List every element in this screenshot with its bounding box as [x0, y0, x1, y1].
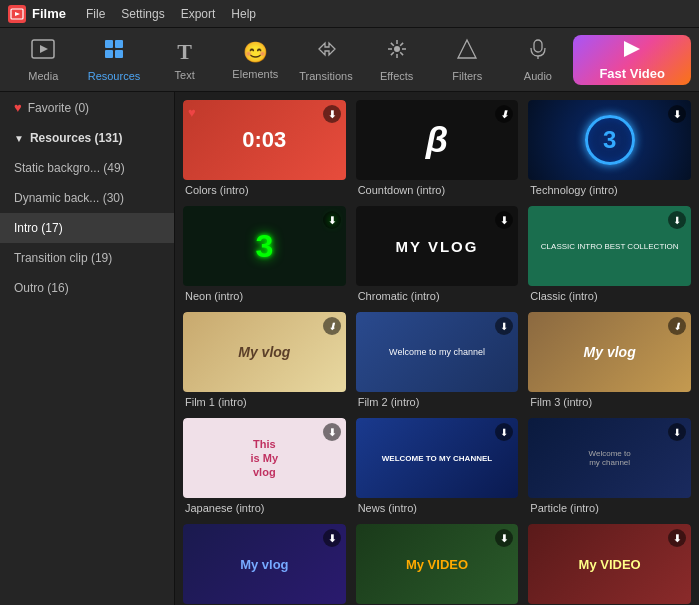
time-label: 0:03: [242, 127, 286, 153]
sidebar-outro-label: Outro (16): [14, 281, 69, 295]
download-icon[interactable]: ⬇: [323, 211, 341, 229]
list-item[interactable]: Thisis Myvlog ⬇ Japanese (intro): [183, 418, 346, 514]
thumbnail-news: WELCOME TO MY CHANNEL ⬇: [356, 418, 519, 498]
download-icon[interactable]: ⬇: [668, 529, 686, 547]
list-item[interactable]: β ⬇ Countdown (intro): [356, 100, 519, 196]
list-item[interactable]: WELCOME TO MY CHANNEL ⬇ News (intro): [356, 418, 519, 514]
list-item[interactable]: 3 ⬇ Technology (intro): [528, 100, 691, 196]
card-text: WELCOME TO MY CHANNEL: [382, 454, 492, 463]
download-icon[interactable]: ⬇: [668, 105, 686, 123]
thumbnail-neon: 3 ⬇: [183, 206, 346, 286]
download-icon[interactable]: ⬇: [495, 211, 513, 229]
download-icon[interactable]: ⬇: [323, 317, 341, 335]
download-icon[interactable]: ⬇: [323, 423, 341, 441]
svg-rect-4: [105, 40, 113, 48]
toolbar-elements[interactable]: 😊 Elements: [220, 30, 291, 90]
sidebar-transition-clip[interactable]: Transition clip (19): [0, 243, 174, 273]
svg-line-15: [400, 42, 403, 45]
toolbar-effects[interactable]: Effects: [361, 30, 432, 90]
sidebar-favorite[interactable]: ♥ Favorite (0): [0, 92, 174, 123]
toolbar-media-label: Media: [28, 70, 58, 82]
card-text: Welcome to my channel: [389, 347, 485, 357]
card-text: MY VLOG: [396, 238, 479, 255]
text-icon: T: [177, 39, 192, 65]
toolbar-text[interactable]: T Text: [149, 30, 220, 90]
card-label: News (intro): [356, 502, 519, 514]
elements-icon: 😊: [243, 40, 268, 64]
thumbnail-row4a: My vlog ⬇: [183, 524, 346, 604]
download-icon[interactable]: ⬇: [668, 423, 686, 441]
svg-marker-17: [458, 40, 476, 58]
list-item[interactable]: My vlog ⬇ Film 1 (intro): [183, 312, 346, 408]
sidebar-favorite-label: Favorite (0): [28, 101, 89, 115]
download-icon[interactable]: ⬇: [495, 317, 513, 335]
thumbnail-film2: Welcome to my channel ⬇: [356, 312, 519, 392]
media-icon: [31, 38, 55, 66]
main-area: ♥ Favorite (0) ▼ Resources (131) Static …: [0, 92, 699, 605]
card-text: My VIDEO: [579, 557, 641, 572]
card-text: 3: [255, 228, 273, 265]
list-item[interactable]: My VIDEO ⬇ row4b (intro): [356, 524, 519, 605]
card-label: Countdown (intro): [356, 184, 519, 196]
toolbar-effects-label: Effects: [380, 70, 413, 82]
thumbnail-film1: My vlog ⬇: [183, 312, 346, 392]
list-item[interactable]: ♥ 0:03 ⬇ Colors (intro): [183, 100, 346, 196]
download-icon[interactable]: ⬇: [668, 317, 686, 335]
download-icon[interactable]: ⬇: [668, 211, 686, 229]
thumbnail-colors: ♥ 0:03 ⬇: [183, 100, 346, 180]
toolbar-audio[interactable]: Audio: [503, 30, 574, 90]
list-item[interactable]: My VIDEO ⬇ row4c (intro): [528, 524, 691, 605]
download-icon[interactable]: ⬇: [495, 529, 513, 547]
card-label: Japanese (intro): [183, 502, 346, 514]
effects-icon: [386, 38, 408, 66]
sidebar-intro[interactable]: Intro (17): [0, 213, 174, 243]
svg-line-13: [391, 42, 394, 45]
sidebar-dynamic-bg-label: Dynamic back... (30): [14, 191, 124, 205]
sidebar-static-bg-label: Static backgro... (49): [14, 161, 125, 175]
svg-line-14: [400, 52, 403, 55]
toolbar-transitions[interactable]: Transitions: [291, 30, 362, 90]
download-icon[interactable]: ⬇: [495, 423, 513, 441]
list-item[interactable]: Welcome tomy channel ⬇ Particle (intro): [528, 418, 691, 514]
list-item[interactable]: CLASSIC INTRO BEST COLLECTION ⬇ Classic …: [528, 206, 691, 302]
svg-rect-18: [534, 40, 542, 52]
list-item[interactable]: MY VLOG ⬇ Chromatic (intro): [356, 206, 519, 302]
fast-video-label: Fast Video: [599, 66, 665, 81]
card-text: β: [426, 119, 448, 161]
card-text: Thisis Myvlog: [251, 437, 279, 480]
menu-settings[interactable]: Settings: [121, 7, 164, 21]
list-item[interactable]: Welcome to my channel ⬇ Film 2 (intro): [356, 312, 519, 408]
toolbar-filters[interactable]: Filters: [432, 30, 503, 90]
fast-video-button[interactable]: Fast Video: [573, 35, 691, 85]
thumbnail-japanese: Thisis Myvlog ⬇: [183, 418, 346, 498]
toolbar-text-label: Text: [175, 69, 195, 81]
sidebar-static-bg[interactable]: Static backgro... (49): [0, 153, 174, 183]
card-text: 3: [603, 126, 616, 154]
download-icon[interactable]: ⬇: [323, 105, 341, 123]
download-icon[interactable]: ⬇: [323, 529, 341, 547]
title-bar: Filme File Settings Export Help: [0, 0, 699, 28]
list-item[interactable]: 3 ⬇ Neon (intro): [183, 206, 346, 302]
toolbar-resources-label: Resources: [88, 70, 141, 82]
fav-icon: ♥: [188, 105, 196, 120]
list-item[interactable]: My vlog ⬇ row4a (intro): [183, 524, 346, 605]
menu-help[interactable]: Help: [231, 7, 256, 21]
sidebar-outro[interactable]: Outro (16): [0, 273, 174, 303]
card-label: Chromatic (intro): [356, 290, 519, 302]
sidebar-resources-header[interactable]: ▼ Resources (131): [0, 123, 174, 153]
svg-rect-7: [115, 50, 123, 58]
list-item[interactable]: My vlog ⬇ Film 3 (intro): [528, 312, 691, 408]
menu-export[interactable]: Export: [181, 7, 216, 21]
heart-icon: ♥: [14, 100, 22, 115]
resource-grid: ♥ 0:03 ⬇ Colors (intro) β ⬇ Countdown (i…: [183, 100, 691, 605]
card-text: My vlog: [238, 344, 290, 360]
toolbar-resources[interactable]: Resources: [79, 30, 150, 90]
card-label: Film 3 (intro): [528, 396, 691, 408]
svg-rect-6: [105, 50, 113, 58]
menu-file[interactable]: File: [86, 7, 105, 21]
toolbar-media[interactable]: Media: [8, 30, 79, 90]
svg-marker-20: [624, 41, 640, 57]
download-icon[interactable]: ⬇: [495, 105, 513, 123]
sidebar-dynamic-bg[interactable]: Dynamic back... (30): [0, 183, 174, 213]
svg-rect-5: [115, 40, 123, 48]
